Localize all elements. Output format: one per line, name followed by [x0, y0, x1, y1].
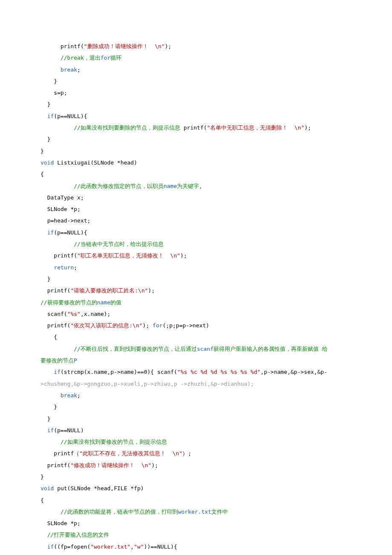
code-line: { — [40, 168, 352, 180]
code-token-kw: break — [61, 66, 77, 73]
code-token-txt: } — [40, 148, 44, 154]
code-line: printf("请输入要修改的职工姓名:\n"); — [40, 285, 352, 296]
code-token-txt: Listxiugai(SLNode *head) — [54, 159, 137, 166]
code-token-txt: printf( — [47, 287, 71, 294]
code-token-cmt: //打开要输入信息的文件 — [47, 532, 110, 538]
code-token-txt: ; — [77, 392, 81, 399]
code-line: { — [40, 331, 352, 343]
code-token-txt: (;p;p=p->next) — [163, 322, 210, 329]
code-token-txt: } — [54, 78, 57, 84]
code-line: break; — [40, 64, 352, 75]
code-token-txt: } — [47, 276, 51, 282]
code-token-txt: , — [130, 543, 134, 550]
code-token-kw: scanf — [197, 346, 213, 352]
code-line: printf（"此职工不存在，无法修改其信息！ \n"）; — [40, 448, 352, 459]
code-line: printf("依次写入该职工的信息:\n"); for(;p;p=p->nex… — [40, 320, 352, 331]
code-token-cmt: //不断往后找，直到找到要修改的节点，让后通过 — [74, 346, 197, 352]
code-token-str: "worker.txt" — [90, 543, 130, 550]
code-line: } — [40, 98, 352, 110]
code-token-kw: for — [101, 55, 110, 61]
code-token-cmt: //获得要修改的节点的 — [40, 299, 97, 306]
code-line: if(strcmp(x.name,p->name)==0){ scanf("%s… — [40, 366, 352, 378]
code-line: //break，退出for循环 — [40, 52, 352, 64]
code-token-kw: P — [74, 357, 77, 364]
code-token-str: "w" — [134, 543, 144, 550]
code-line: //打开要输入信息的文件 — [40, 529, 352, 541]
code-token-txt: ); — [305, 124, 311, 131]
code-token-txt: ); — [143, 322, 153, 329]
code-token-kw: for — [153, 322, 162, 329]
code-token-txt: printf( — [54, 252, 77, 259]
code-token-txt: printf( — [47, 322, 71, 329]
code-token-txt: } — [47, 101, 51, 107]
code-token-cmt: //此函数为修改指定的节点，以职员 — [74, 183, 164, 189]
code-token-txt: (strcmp(x.name,p->name)==0){ scanf( — [61, 369, 177, 375]
code-line: } — [40, 145, 352, 157]
code-line: void put(SLNode *head,FILE *fp) — [40, 483, 352, 494]
code-token-txt: SLNode *p; — [47, 206, 81, 212]
code-token-cmt: 获得用户重新输入的各属性值，再重新赋值 给 — [213, 346, 328, 352]
code-token-kw: worker.txt — [178, 509, 211, 515]
code-token-cmt: //break，退出 — [61, 55, 101, 61]
code-token-cmt: 循环 — [110, 55, 121, 61]
code-token-str: "请输入要修改的职工姓名:\n" — [70, 287, 148, 294]
code-token-cmt: //如果没有找到要删除的节点，则提示信息 — [74, 124, 183, 131]
code-token-kw: if — [47, 113, 54, 119]
code-token-txt: put(SLNode *head,FILE *fp) — [54, 485, 144, 491]
code-token-str: "名单中无职工信息，无须删除！ \n" — [207, 124, 305, 131]
code-token-txt: ,x.name); — [81, 311, 110, 317]
code-line: SLNode *p; — [40, 517, 352, 529]
code-token-txt: { — [40, 497, 44, 503]
code-token-str: "此职工不存在，无法修改其信息！ \n" — [79, 450, 182, 457]
code-line: printf("修改成功！请继续操作！ \n"); — [40, 460, 352, 471]
code-token-kw: if — [47, 229, 54, 236]
code-token-txt: ); — [165, 43, 172, 49]
code-token-txt: printf( — [47, 462, 71, 468]
code-line: if(p==NULL) — [40, 425, 352, 436]
code-token-cmt: 的值 — [110, 299, 121, 306]
code-token-cmt: 为关键字, — [177, 183, 202, 189]
code-token-cmt: 文件中 — [211, 509, 228, 515]
code-token-txt: ,p->name,&p->sex,&p- — [261, 369, 328, 375]
code-token-txt: ))==NULL){ — [144, 543, 177, 550]
code-line: >chusheng,&p->gongzuo,p->xueli,p->zhiwu,… — [40, 378, 352, 390]
code-line: s=p; — [40, 87, 352, 98]
code-token-txt: } — [40, 474, 44, 480]
code-line: return; — [40, 262, 352, 273]
code-line: } — [40, 133, 352, 145]
code-token-kw: break — [61, 392, 77, 399]
code-token-txt: scanf( — [47, 311, 67, 317]
code-line: //如果没有找到要修改的节点，则提示信息 — [40, 436, 352, 448]
code-line: if(p==NULL){ — [40, 227, 352, 238]
code-line: } — [40, 273, 352, 285]
code-line: 要修改的节点P — [40, 355, 352, 366]
code-line: //此函数的功能是将，链表中节点的值，打印到worker.txt文件中 — [40, 506, 352, 517]
code-line: if((fp=fopen("worker.txt","w"))==NULL){ — [40, 541, 352, 552]
code-line: if(p==NULL){ — [40, 110, 352, 122]
code-token-cmt: 要修改的节点 — [40, 357, 74, 364]
code-token-str: "修改成功！请继续操作！ \n" — [70, 462, 151, 468]
code-token-kw: name — [97, 299, 110, 306]
code-line: p=head->next; — [40, 215, 352, 226]
code-token-txt: (p==NULL){ — [54, 229, 87, 236]
code-token-str: "职工名单无职工信息，无须修改！ \n" — [77, 252, 180, 259]
code-token-cmt: //如果没有找到要修改的节点，则提示信息 — [61, 439, 167, 445]
code-line: DataType x; — [40, 192, 352, 203]
code-token-txt: } — [47, 136, 51, 142]
code-token-txt: ）; — [182, 450, 191, 457]
code-line: //如果没有找到要删除的节点，则提示信息 printf("名单中无职工信息，无须… — [40, 122, 352, 133]
code-token-txt: DataType x; — [47, 194, 84, 201]
code-token-txt: ; — [77, 66, 81, 73]
code-token-str: "依次写入该职工的信息:\n" — [70, 322, 142, 329]
code-token-kw: name — [164, 183, 177, 189]
code-line: SLNode *p; — [40, 203, 352, 215]
code-token-txt: ); — [151, 462, 158, 468]
code-token-cmt: //当链表中无节点时，给出提示信息 — [74, 241, 164, 247]
code-token-kw: return — [54, 264, 74, 271]
code-token-txt: (p==NULL) — [54, 427, 84, 434]
code-token-kw: void — [40, 159, 54, 166]
code-token-txt: ; — [74, 264, 77, 271]
code-line: //获得要修改的节点的name的值 — [40, 297, 352, 308]
code-token-txt: { — [40, 171, 44, 177]
code-line: } — [40, 471, 352, 483]
